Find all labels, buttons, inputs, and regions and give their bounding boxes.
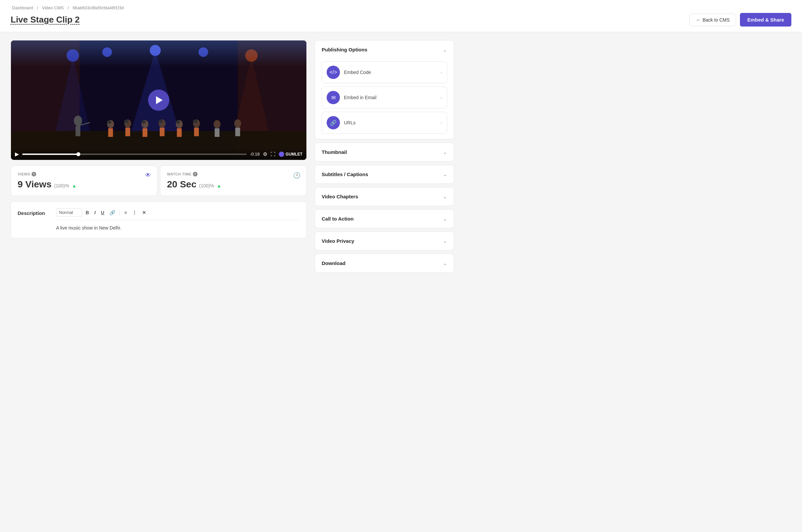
svg-rect-18 — [126, 128, 130, 136]
progress-dot — [76, 152, 80, 156]
breadcrumb-dashboard[interactable]: Dashboard — [12, 5, 33, 10]
fullscreen-icon[interactable]: ⛶ — [271, 151, 275, 157]
watch-time-value: 20 Sec (100)% ▲ — [167, 179, 300, 190]
thumbnail-header[interactable]: Thumbnail ⌄ — [315, 143, 454, 161]
video-time: -0:18 — [250, 152, 260, 156]
views-info-icon[interactable]: ? — [32, 172, 36, 176]
svg-rect-13 — [76, 126, 80, 136]
embed-share-button[interactable]: Embed & Share — [740, 13, 791, 26]
video-chapters-section: Video Chapters ⌄ — [315, 187, 454, 206]
urls-left: 🔗 URLs — [327, 116, 356, 129]
logo-text: GUMLET — [286, 152, 303, 156]
stage-lights-overlay — [11, 40, 306, 67]
watch-time-trend-up-icon: ▲ — [217, 183, 221, 188]
link-icon: 🔗 — [330, 120, 336, 126]
call-to-action-section: Call to Action ⌄ — [315, 209, 454, 228]
call-to-action-chevron-down-icon: ⌄ — [443, 215, 447, 222]
svg-rect-30 — [235, 128, 240, 136]
breadcrumb-sep1: / — [37, 5, 38, 10]
svg-point-12 — [74, 116, 82, 126]
watch-time-label: WATCH TIME ? — [167, 172, 300, 176]
svg-rect-38 — [159, 120, 163, 123]
link-button[interactable]: 🔗 — [108, 209, 117, 216]
play-triangle-icon — [156, 96, 163, 104]
description-label: Description — [18, 208, 51, 216]
svg-rect-34 — [125, 120, 128, 123]
views-trend-up-icon: ▲ — [72, 183, 76, 188]
logo-circle — [279, 152, 284, 157]
subtitles-captions-title: Subtitles / Captions — [322, 171, 368, 177]
ctrl-play-icon[interactable]: ▶ — [15, 151, 19, 157]
urls-item[interactable]: 🔗 URLs › — [322, 112, 447, 134]
svg-rect-24 — [177, 128, 182, 137]
publishing-options-chevron-up-icon: ⌃ — [443, 46, 447, 53]
publishing-options-header[interactable]: Publishing Options ⌃ — [315, 40, 454, 59]
svg-rect-26 — [194, 128, 199, 136]
video-chapters-header[interactable]: Video Chapters ⌄ — [315, 187, 454, 206]
code-icon: </> — [329, 69, 337, 75]
views-value: 9 Views (100)% ▲ — [18, 179, 150, 190]
description-card: Description Normal Heading 1 Heading 2 B… — [11, 201, 307, 239]
unordered-list-button[interactable]: ⋮ — [130, 209, 139, 216]
stats-row: VIEWS ? 👁 9 Views (100)% ▲ WATCH TIME ? … — [11, 166, 307, 196]
description-editor: Normal Heading 1 Heading 2 B I U 🔗 ≡ ⋮ ✕ — [56, 208, 300, 231]
call-to-action-title: Call to Action — [322, 216, 353, 222]
svg-rect-42 — [193, 120, 197, 123]
settings-icon[interactable]: ⚙ — [263, 151, 267, 157]
header-actions: ← Back to CMS Embed & Share — [690, 13, 791, 26]
back-to-cms-button[interactable]: ← Back to CMS — [690, 14, 736, 26]
progress-fill — [22, 154, 78, 155]
email-icon: ✉ — [331, 95, 335, 101]
embed-code-left: </> Embed Code — [327, 66, 371, 79]
subtitles-captions-header[interactable]: Subtitles / Captions ⌄ — [315, 165, 454, 184]
views-pct: (100)% — [54, 183, 69, 188]
call-to-action-header[interactable]: Call to Action ⌄ — [315, 210, 454, 228]
publishing-options-section: Publishing Options ⌃ </> Embed Code › — [315, 40, 454, 139]
download-chevron-down-icon: ⌄ — [443, 260, 447, 266]
back-button-label: Back to CMS — [703, 17, 730, 22]
breadcrumb-video-cms[interactable]: Video CMS — [42, 5, 64, 10]
video-chapters-chevron-down-icon: ⌄ — [443, 193, 447, 200]
gumlet-logo: GUMLET — [279, 152, 303, 157]
progress-bar[interactable] — [22, 154, 247, 155]
embed-code-item[interactable]: </> Embed Code › — [322, 61, 447, 83]
description-header: Description Normal Heading 1 Heading 2 B… — [18, 208, 300, 231]
subtitles-captions-section: Subtitles / Captions ⌄ — [315, 165, 454, 184]
video-chapters-title: Video Chapters — [322, 194, 358, 200]
format-select[interactable]: Normal Heading 1 Heading 2 — [56, 208, 82, 216]
header-row: Live Stage Clip 2 ← Back to CMS Embed & … — [11, 13, 791, 26]
embed-email-left: ✉ Embed in Email — [327, 91, 377, 104]
italic-button[interactable]: I — [93, 209, 97, 216]
video-card: ▶ -0:18 ⚙ ⛶ GUMLET — [11, 40, 307, 160]
embed-code-icon-circle: </> — [327, 66, 340, 79]
clock-icon: 🕐 — [293, 172, 300, 179]
svg-point-29 — [234, 119, 241, 128]
bold-button[interactable]: B — [84, 209, 91, 216]
svg-rect-40 — [176, 121, 180, 124]
watch-time-info-icon[interactable]: ? — [193, 172, 198, 176]
main-content: ▶ -0:18 ⚙ ⛶ GUMLET — [0, 32, 465, 283]
left-panel: ▶ -0:18 ⚙ ⛶ GUMLET — [11, 40, 307, 275]
watch-time-stat-card: WATCH TIME ? 🕐 20 Sec (100)% ▲ — [160, 166, 307, 196]
download-header[interactable]: Download ⌄ — [315, 254, 454, 272]
download-section: Download ⌄ — [315, 254, 454, 273]
video-wrapper: ▶ -0:18 ⚙ ⛶ GUMLET — [11, 40, 306, 160]
urls-label: URLs — [344, 120, 356, 126]
video-privacy-section: Video Privacy ⌄ — [315, 231, 454, 250]
toolbar-separator — [120, 210, 120, 215]
embed-email-item[interactable]: ✉ Embed in Email › — [322, 87, 447, 109]
clear-format-button[interactable]: ✕ — [141, 209, 148, 216]
description-text[interactable]: A live music show in New Delhi. — [56, 224, 300, 231]
embed-email-label: Embed in Email — [344, 95, 377, 100]
breadcrumb: Dashboard / Video CMS / 66ab603c8fa5fcfd… — [11, 5, 791, 10]
play-button[interactable] — [148, 90, 169, 111]
editor-toolbar: Normal Heading 1 Heading 2 B I U 🔗 ≡ ⋮ ✕ — [56, 208, 300, 220]
ordered-list-button[interactable]: ≡ — [123, 209, 128, 216]
underline-button[interactable]: U — [99, 209, 106, 216]
embed-email-chevron-right-icon: › — [440, 95, 442, 100]
breadcrumb-id: 66ab603c8fa5fcfda48f1f3d — [73, 5, 124, 10]
embed-email-icon-circle: ✉ — [327, 91, 340, 104]
video-privacy-header[interactable]: Video Privacy ⌄ — [315, 232, 454, 250]
svg-rect-16 — [108, 128, 113, 137]
breadcrumb-sep2: / — [68, 5, 69, 10]
